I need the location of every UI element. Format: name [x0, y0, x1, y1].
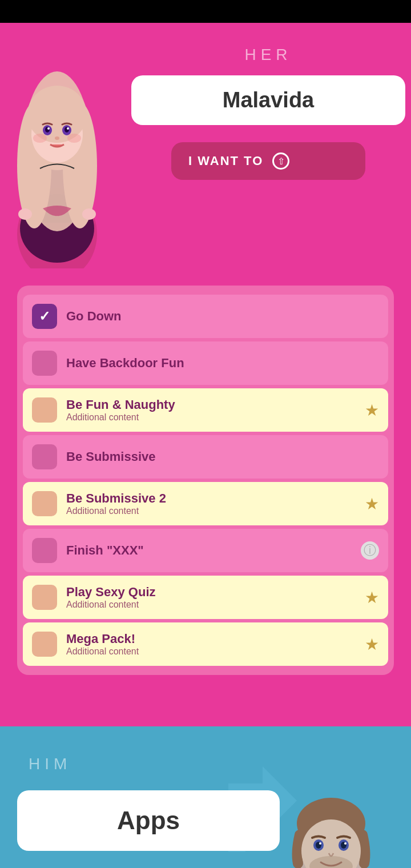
her-avatar [0, 40, 126, 280]
checkbox-submissive2[interactable] [32, 491, 57, 516]
list-item[interactable]: ✓ Go Down [23, 295, 388, 338]
name-text: Malavida [223, 88, 315, 112]
i-want-to-label: I WANT TO [188, 154, 263, 168]
info-icon[interactable]: ⓘ [361, 541, 379, 560]
list-item[interactable]: Be Submissive [23, 435, 388, 479]
item-main-text: Play Sexy Quiz [66, 585, 359, 600]
him-label: HIM [17, 755, 71, 773]
item-text-col: Be Fun & Naughty Additional content [66, 397, 359, 423]
svg-point-11 [27, 86, 87, 143]
her-header: HER Malavida I WANT TO ⇧ [0, 23, 411, 280]
check-mark-icon: ✓ [39, 308, 50, 324]
item-text-col: Go Down [66, 309, 379, 324]
item-text-col: Play Sexy Quiz Additional content [66, 585, 359, 610]
item-text-col: Finish "XXX" [66, 543, 355, 558]
apps-button[interactable]: Apps [17, 790, 280, 851]
her-label: HER [244, 46, 292, 64]
star-icon: ★ [365, 635, 379, 654]
item-main-text: Go Down [66, 309, 379, 324]
name-box[interactable]: Malavida [131, 75, 405, 125]
list-item[interactable]: Mega Pack! Additional content ★ [23, 622, 388, 666]
checkbox-sexy-quiz[interactable] [32, 585, 57, 610]
svg-point-16 [47, 127, 50, 130]
item-text-col: Have Backdoor Fun [66, 356, 379, 371]
item-text-col: Be Submissive [66, 449, 379, 464]
i-want-to-button[interactable]: I WANT TO ⇧ [171, 142, 365, 180]
svg-point-19 [33, 134, 47, 143]
checkbox-finish-xxx[interactable] [32, 538, 57, 563]
checklist-container: ✓ Go Down Have Backdoor Fun Be Fun & Nau… [17, 286, 394, 675]
svg-point-18 [55, 136, 59, 140]
item-sub-text: Additional content [66, 506, 359, 516]
her-right: HER Malavida I WANT TO ⇧ [126, 40, 411, 180]
star-icon: ★ [365, 495, 379, 513]
apps-label: Apps [117, 806, 180, 834]
him-section: HIM Apps ⇩ I WANT TO [0, 726, 411, 868]
svg-point-17 [67, 127, 69, 130]
item-sub-text: Additional content [66, 412, 359, 423]
item-text-col: Be Submissive 2 Additional content [66, 491, 359, 516]
him-content: HIM Apps ⇩ I WANT TO [0, 726, 411, 868]
checkbox-mega-pack[interactable] [32, 632, 57, 657]
item-main-text: Be Submissive [66, 449, 379, 464]
status-bar [0, 0, 411, 23]
star-icon: ★ [365, 588, 379, 607]
svg-point-21 [18, 208, 32, 220]
list-item[interactable]: Be Fun & Naughty Additional content ★ [23, 388, 388, 432]
item-main-text: Have Backdoor Fun [66, 356, 379, 371]
svg-point-20 [67, 134, 81, 143]
her-section: HER Malavida I WANT TO ⇧ ✓ Go Down Hav [0, 23, 411, 726]
item-sub-text: Additional content [66, 646, 359, 657]
checkbox-backdoor[interactable] [32, 351, 57, 376]
star-icon: ★ [365, 401, 379, 420]
item-main-text: Mega Pack! [66, 632, 359, 646]
svg-point-22 [82, 208, 96, 220]
item-main-text: Be Submissive 2 [66, 491, 359, 506]
list-item[interactable]: Be Submissive 2 Additional content ★ [23, 482, 388, 525]
list-item[interactable]: Finish "XXX" ⓘ [23, 529, 388, 572]
list-item[interactable]: Have Backdoor Fun [23, 341, 388, 385]
item-text-col: Mega Pack! Additional content [66, 632, 359, 657]
checkbox-go-down[interactable]: ✓ [32, 304, 57, 329]
list-item[interactable]: Play Sexy Quiz Additional content ★ [23, 576, 388, 619]
item-sub-text: Additional content [66, 600, 359, 610]
checkbox-submissive[interactable] [32, 444, 57, 469]
item-main-text: Finish "XXX" [66, 543, 355, 558]
checkbox-fun-naughty[interactable] [32, 397, 57, 423]
chevron-up-icon: ⇧ [272, 152, 289, 170]
item-main-text: Be Fun & Naughty [66, 397, 359, 412]
